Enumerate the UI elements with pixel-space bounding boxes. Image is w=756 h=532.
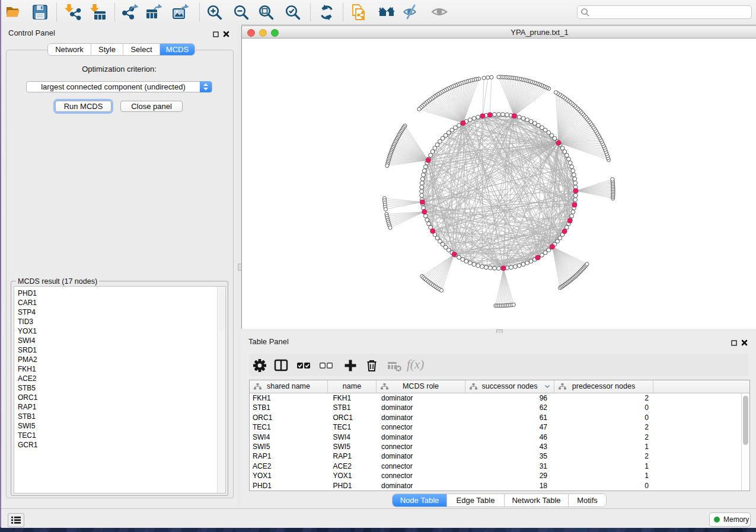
delete-column-button[interactable] <box>364 358 379 373</box>
table-scrollbar-thumb[interactable] <box>743 396 748 445</box>
column-header-predecessor-nodes[interactable]: predecessor nodes <box>554 380 653 393</box>
network-canvas[interactable] <box>242 39 756 329</box>
function-builder-button: f(x) <box>407 357 424 372</box>
table-row[interactable]: TEC1TEC1connector472 <box>250 422 749 432</box>
node-table: shared namenameMCDS rolesuccessor nodesp… <box>249 380 750 491</box>
table-row[interactable]: STB1STB1dominator620 <box>250 403 749 412</box>
table-options-button[interactable] <box>252 358 267 373</box>
toolbar-separator <box>199 3 200 21</box>
column-header-name[interactable]: name <box>328 380 377 393</box>
tab-network[interactable]: Network <box>48 44 91 55</box>
mcds-result-item[interactable]: STB1 <box>18 412 37 421</box>
hide-selected-button[interactable] <box>402 4 420 21</box>
mcds-result-item[interactable]: FKH1 <box>18 364 37 374</box>
export-network-icon <box>122 4 139 21</box>
table-row[interactable]: FKH1FKH1dominator962 <box>250 393 749 403</box>
delete-table-button[interactable] <box>387 358 402 373</box>
zoom-selected-button[interactable] <box>284 4 302 21</box>
task-history-button[interactable] <box>8 513 24 527</box>
mcds-result-list[interactable]: PHD1CAR1STP4TID3YOX1SWI4SRD1PMA2FKH1ACE2… <box>14 286 226 493</box>
float-icon[interactable] <box>213 29 219 40</box>
memory-status-icon <box>714 517 720 523</box>
run-mcds-button[interactable]: Run MCDS <box>55 101 111 112</box>
zoom-in-icon <box>206 4 224 21</box>
table-row[interactable]: ACE2ACE2connector311 <box>250 462 749 471</box>
export-image-button[interactable] <box>172 4 190 21</box>
close-icon[interactable] <box>741 338 748 348</box>
optimization-label: Optimization criterion: <box>6 65 232 73</box>
mcds-result-item[interactable]: YOX1 <box>18 326 37 336</box>
column-header-successor-nodes[interactable]: successor nodes <box>465 380 554 393</box>
mcds-result-item[interactable]: TEC1 <box>18 431 37 440</box>
table-row[interactable]: PHD1PHD1dominator180 <box>250 481 749 491</box>
column-header-shared-name[interactable]: shared name <box>250 380 328 393</box>
table-row[interactable]: YOX1YOX1connector291 <box>250 471 749 480</box>
close-icon[interactable] <box>223 29 229 40</box>
result-scrollbar[interactable] <box>217 287 225 493</box>
refresh-icon <box>318 4 336 21</box>
trash-icon <box>364 358 379 373</box>
tab-edge-table[interactable]: Edge Table <box>447 494 505 507</box>
export-network-button[interactable] <box>122 4 139 21</box>
tab-node-table[interactable]: Node Table <box>393 494 447 507</box>
mcds-result-item[interactable]: CAR1 <box>18 298 37 307</box>
eye-icon <box>431 4 449 21</box>
create-column-button[interactable] <box>343 358 358 373</box>
vertical-splitter[interactable] <box>237 24 241 508</box>
tab-mcds[interactable]: MCDS <box>160 44 194 55</box>
mcds-result-item[interactable]: TID3 <box>18 317 37 326</box>
memory-button[interactable]: Memory <box>709 512 751 527</box>
table-row[interactable]: RAP1RAP1dominator352 <box>250 451 749 461</box>
search-icon <box>580 8 590 17</box>
optimization-criterion-select[interactable]: largest connected component (undirected) <box>26 81 212 92</box>
zoom-fit-button[interactable] <box>257 4 275 21</box>
float-icon[interactable] <box>731 338 737 348</box>
mcds-result-item[interactable]: STP4 <box>18 307 37 317</box>
tab-select[interactable]: Select <box>123 44 160 55</box>
mcds-result-item[interactable]: ACE2 <box>18 374 37 383</box>
horizontal-splitter[interactable] <box>241 329 756 333</box>
mcds-result-item[interactable]: SWI4 <box>18 336 37 345</box>
zoom-in-button[interactable] <box>206 4 224 21</box>
mcds-result-item[interactable]: PHD1 <box>18 289 37 298</box>
mcds-result-title: MCDS result (17 nodes) <box>16 277 99 286</box>
unselect-all-columns-button[interactable] <box>318 358 334 373</box>
table-row[interactable]: ORC1ORC1dominator610 <box>250 413 749 422</box>
zoom-fit-icon <box>257 4 275 21</box>
column-header-MCDS-role[interactable]: MCDS role <box>377 380 465 393</box>
network-from-selection-button[interactable] <box>350 4 368 21</box>
open-session-button[interactable] <box>5 4 23 21</box>
search-input[interactable] <box>577 5 752 19</box>
tab-motifs[interactable]: Motifs <box>569 494 606 507</box>
mcds-result-item[interactable]: SWI5 <box>18 421 37 431</box>
mcds-result-item[interactable]: STB5 <box>18 383 37 393</box>
show-all-button[interactable] <box>431 4 449 21</box>
select-all-columns-button[interactable] <box>296 358 311 373</box>
export-table-button[interactable] <box>145 4 163 21</box>
result-scrollbar-thumb[interactable] <box>219 289 224 331</box>
mcds-result-item[interactable]: RAP1 <box>18 402 37 412</box>
close-panel-button[interactable]: Close panel <box>120 101 183 112</box>
uncheck-pair-icon <box>318 358 334 373</box>
table-panel-title: Table Panel <box>248 337 289 346</box>
show-column-button[interactable] <box>273 358 289 373</box>
table-scrollbar[interactable] <box>741 393 749 491</box>
mcds-result-item[interactable]: SRD1 <box>18 345 37 355</box>
mcds-result-item[interactable]: ORC1 <box>18 393 37 402</box>
tab-style[interactable]: Style <box>91 44 123 55</box>
control-panel-tabs: NetworkStyleSelectMCDS <box>47 43 195 56</box>
control-panel-title: Control Panel <box>8 28 55 37</box>
mcds-result-item[interactable]: GCR1 <box>18 440 37 450</box>
table-row[interactable]: SWI4SWI4dominator462 <box>250 432 749 442</box>
import-network-button[interactable] <box>64 4 82 21</box>
import-table-button[interactable] <box>90 4 107 21</box>
mcds-result-group: MCDS result (17 nodes) PHD1CAR1STP4TID3Y… <box>11 281 228 496</box>
apply-layout-button[interactable] <box>318 4 336 21</box>
combo-value: largest connected component (undirected) <box>27 82 200 92</box>
table-row[interactable]: SWI5SWI5connector431 <box>250 442 749 451</box>
first-neighbors-button[interactable] <box>378 4 395 21</box>
zoom-out-button[interactable] <box>232 4 250 21</box>
mcds-result-item[interactable]: PMA2 <box>18 355 37 364</box>
tab-network-table[interactable]: Network Table <box>505 494 569 507</box>
save-session-button[interactable] <box>31 4 49 21</box>
